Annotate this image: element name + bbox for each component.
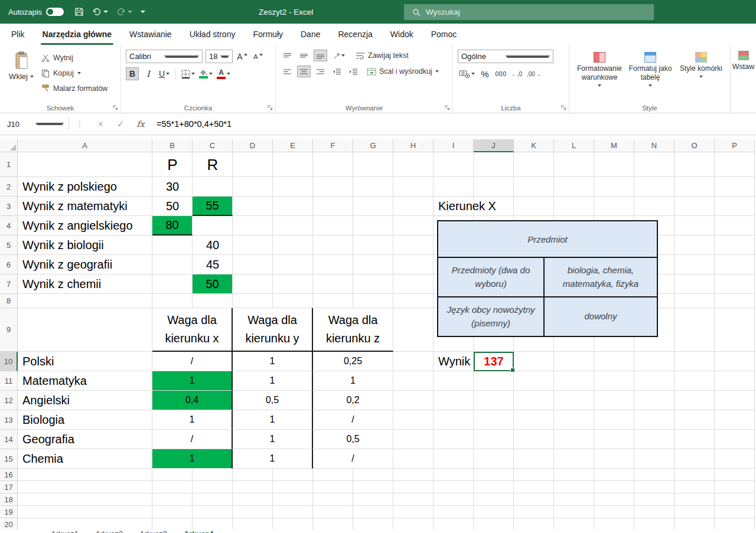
cell-E3[interactable] (273, 197, 313, 216)
cell-N17[interactable] (634, 481, 674, 493)
cell-L19[interactable] (554, 506, 594, 518)
name-box[interactable]: J10 (2, 116, 69, 132)
cell-G1[interactable] (353, 152, 393, 177)
cell-L1[interactable] (554, 152, 594, 177)
cell-E4[interactable] (273, 216, 313, 236)
cell-K17[interactable] (514, 481, 554, 493)
cell-A19[interactable] (18, 506, 152, 518)
cell-K14[interactable] (514, 430, 554, 449)
cell-O6[interactable] (674, 255, 715, 274)
cell-styles-button[interactable]: Style komórki (676, 50, 726, 87)
customize-qat-button[interactable] (141, 11, 145, 13)
column-header-F[interactable]: F (313, 139, 353, 152)
search-box[interactable]: Wyszukaj (404, 4, 654, 20)
copy-button[interactable]: Kopiuj (41, 67, 107, 80)
cell-I20[interactable] (434, 518, 474, 531)
column-header-O[interactable]: O (674, 139, 715, 152)
cell-L20[interactable] (554, 518, 594, 531)
cell-O13[interactable] (674, 410, 715, 430)
cell-C2[interactable] (193, 177, 233, 197)
cell-P12[interactable] (715, 391, 755, 410)
cell-value-C6[interactable]: 45 (193, 255, 233, 274)
cell-P16[interactable] (715, 469, 755, 481)
cell-M11[interactable] (594, 371, 634, 391)
cell-I2[interactable] (434, 177, 474, 197)
row-header-4[interactable]: 4 (0, 216, 18, 236)
cell-value-D15[interactable]: 1 (233, 449, 313, 469)
cell-value-B9[interactable]: Waga dla kierunku x (152, 308, 233, 352)
cell-F6[interactable] (313, 255, 353, 274)
save-button[interactable] (74, 7, 84, 17)
cell-N16[interactable] (634, 469, 674, 481)
redo-button[interactable] (116, 8, 132, 16)
row-header-16[interactable]: 16 (0, 469, 18, 481)
cell-C18[interactable] (193, 493, 233, 506)
cell-H13[interactable] (393, 410, 434, 430)
cell-N14[interactable] (634, 430, 674, 449)
cell-P4[interactable] (715, 216, 755, 236)
cell-C4[interactable] (193, 216, 233, 236)
cell-value-B15[interactable]: 1 (152, 449, 233, 469)
formula-bar-splitter[interactable]: ⋮ (69, 120, 90, 128)
cell-J2[interactable] (474, 177, 514, 197)
cell-P7[interactable] (715, 274, 755, 294)
cell-N13[interactable] (634, 410, 674, 430)
row-header-18[interactable]: 18 (0, 493, 18, 506)
cell-M19[interactable] (594, 506, 634, 518)
cell-value-D10[interactable]: 1 (233, 352, 313, 371)
cell-F20[interactable] (313, 518, 353, 531)
cell-K1[interactable] (514, 152, 554, 177)
row-header-19[interactable]: 19 (0, 506, 18, 518)
cell-D4[interactable] (233, 216, 273, 236)
column-header-N[interactable]: N (634, 139, 674, 152)
cell-O11[interactable] (674, 371, 715, 391)
cell-value-D14[interactable]: 1 (233, 430, 313, 449)
column-header-P[interactable]: P (715, 139, 755, 152)
increase-font-size-button[interactable]: A (236, 50, 249, 63)
cell-value-C7[interactable]: 50 (193, 274, 233, 294)
tab-recenzja[interactable]: Recenzja (329, 24, 381, 45)
row-header-11[interactable]: 11 (0, 371, 18, 391)
column-header-J[interactable]: J (474, 139, 514, 152)
cell-P11[interactable] (715, 371, 755, 391)
cell-M10[interactable] (594, 352, 634, 371)
cell-H14[interactable] (393, 430, 434, 449)
number-format-select[interactable]: Ogólne (458, 50, 553, 63)
row-header-14[interactable]: 14 (0, 430, 18, 449)
cell-value-B12[interactable]: 0,4 (152, 391, 233, 410)
cell-value-A7[interactable]: Wynik z chemii (18, 274, 152, 294)
format-as-table-button[interactable]: Formatuj jako tabelę (625, 50, 676, 87)
font-size-select[interactable]: 18 (206, 50, 233, 63)
cell-P6[interactable] (715, 255, 755, 274)
cut-button[interactable]: Wytnij (41, 51, 107, 64)
cell-L14[interactable] (554, 430, 594, 449)
cell-H20[interactable] (393, 518, 434, 531)
row-header-1[interactable]: 1 (0, 152, 18, 177)
cell-M13[interactable] (594, 410, 634, 430)
cell-J12[interactable] (474, 391, 514, 410)
cell-L16[interactable] (554, 469, 594, 481)
cell-D17[interactable] (233, 481, 273, 493)
cell-value-C3[interactable]: 55 (193, 197, 233, 216)
column-header-G[interactable]: G (353, 139, 393, 152)
cell-E17[interactable] (273, 481, 313, 493)
cell-value-B1[interactable]: P (152, 152, 193, 177)
cell-J14[interactable] (474, 430, 514, 449)
cell-I19[interactable] (434, 506, 474, 518)
column-header-A[interactable]: A (18, 139, 152, 152)
cell-value-A10[interactable]: Polski (18, 352, 152, 371)
merge-center-button[interactable]: Scal i wyśrodkuj (367, 67, 439, 76)
cell-E1[interactable] (273, 152, 313, 177)
tab-dane[interactable]: Dane (292, 24, 329, 45)
cell-D2[interactable] (233, 177, 273, 197)
cell-A20[interactable] (18, 518, 152, 531)
cell-N12[interactable] (634, 391, 674, 410)
sheet-tab-arkusz1[interactable]: Arkusz1 (43, 529, 87, 533)
cell-O16[interactable] (674, 469, 715, 481)
cell-E2[interactable] (273, 177, 313, 197)
tab-widok[interactable]: Widok (382, 24, 422, 45)
cell-O7[interactable] (674, 274, 715, 294)
cell-O10[interactable] (674, 352, 715, 371)
cell-D18[interactable] (233, 493, 273, 506)
autosave-toggle[interactable]: Autozapis (8, 8, 64, 17)
